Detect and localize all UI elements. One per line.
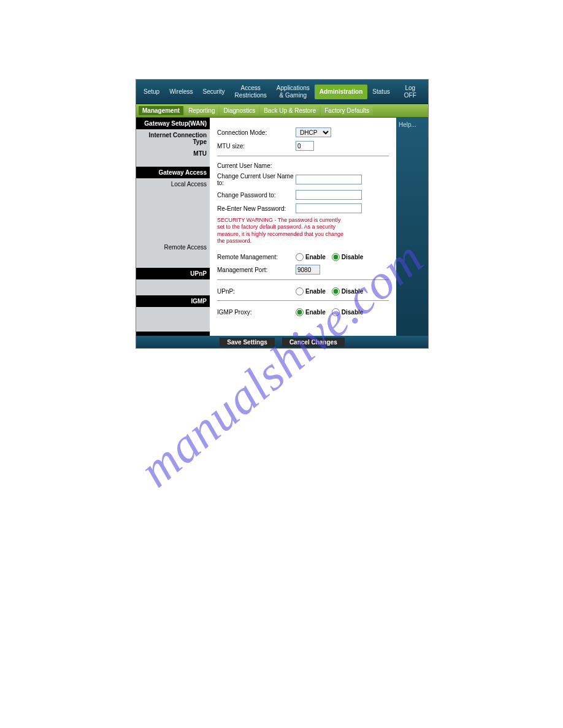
tab-access-restrictions[interactable]: Access Restrictions [230, 81, 272, 103]
form-area: Connection Mode: DHCP MTU size: Current … [210, 118, 396, 336]
mtu-size-label: MTU size: [217, 143, 296, 150]
igmp-disable-label: Disable [342, 309, 364, 316]
mgmt-port-input[interactable] [296, 265, 320, 275]
tab-applications-gaming[interactable]: Applications & Gaming [272, 81, 315, 103]
sidebar-heading-upnp: UPnP [136, 268, 210, 279]
remote-mgmt-label: Remote Management: [217, 254, 296, 260]
content-area: Connection Mode: DHCP MTU size: Current … [210, 118, 428, 336]
separator [217, 300, 389, 301]
mtu-size-input[interactable] [296, 141, 314, 151]
upnp-enable-label: Enable [305, 288, 326, 295]
sidebar-heading-gateway-access: Gateway Access [136, 167, 210, 178]
topnav: Setup Wireless Security Access Restricti… [136, 80, 428, 104]
sidebar-item-remote-access: Remote Access [136, 241, 210, 253]
save-settings-button[interactable]: Save Settings [220, 338, 275, 347]
igmp-enable-radio[interactable] [296, 308, 304, 316]
upnp-label: UPnP: [217, 288, 296, 295]
separator [217, 279, 389, 280]
igmp-enable-label: Enable [305, 309, 326, 316]
separator [217, 156, 389, 156]
cancel-changes-button[interactable]: Cancel Changes [282, 338, 345, 347]
tab-logoff[interactable]: Log OFF [395, 81, 426, 103]
change-user-label: Change Current User Name to: [217, 173, 296, 186]
connection-mode-select[interactable]: DHCP [296, 127, 331, 137]
sidebar-item-local-access: Local Access [136, 178, 210, 190]
sidebar-heading-igmp: IGMP [136, 295, 210, 307]
sidebar: Gateway Setup(WAN) Internet Connection T… [136, 118, 210, 336]
tab-administration[interactable]: Administration [315, 85, 368, 99]
remote-mgmt-enable-label: Enable [305, 254, 326, 260]
help-link[interactable]: Help... [399, 121, 416, 128]
sidebar-item-mtu: MTU [136, 148, 210, 159]
reenter-password-input[interactable] [296, 203, 362, 213]
remote-mgmt-disable-radio[interactable] [332, 253, 340, 261]
footer: Save Settings Cancel Changes [136, 336, 428, 348]
upnp-disable-radio[interactable] [332, 287, 340, 295]
sidebar-heading-gateway-setup: Gateway Setup(WAN) [136, 118, 210, 129]
subnav: Management Reporting Diagnostics Back Up… [136, 104, 428, 118]
router-admin-window: Setup Wireless Security Access Restricti… [136, 80, 428, 348]
security-warning: SECURITY WARNING - The password is curre… [217, 217, 346, 245]
connection-mode-label: Connection Mode: [217, 129, 296, 136]
mgmt-port-label: Management Port: [217, 267, 296, 273]
change-password-input[interactable] [296, 190, 362, 200]
subtab-factory-defaults[interactable]: Factory Defaults [321, 106, 373, 115]
change-user-input[interactable] [296, 175, 362, 184]
tab-status[interactable]: Status [367, 85, 394, 99]
subtab-management[interactable]: Management [139, 106, 183, 115]
subtab-diagnostics[interactable]: Diagnostics [220, 106, 259, 115]
change-password-label: Change Password to: [217, 192, 296, 199]
igmp-disable-radio[interactable] [332, 308, 340, 316]
subtab-reporting[interactable]: Reporting [185, 106, 218, 115]
igmp-label: IGMP Proxy: [217, 309, 296, 316]
help-panel: Help... [396, 118, 428, 336]
remote-mgmt-enable-radio[interactable] [296, 253, 304, 261]
tab-wireless[interactable]: Wireless [164, 85, 197, 99]
sidebar-item-internet-connection-type: Internet Connection Type [136, 129, 210, 148]
tab-setup[interactable]: Setup [139, 85, 164, 99]
tab-security[interactable]: Security [197, 85, 229, 99]
subtab-backup-restore[interactable]: Back Up & Restore [260, 106, 320, 115]
remote-mgmt-disable-label: Disable [342, 254, 364, 260]
upnp-disable-label: Disable [342, 288, 364, 295]
upnp-enable-radio[interactable] [296, 287, 304, 295]
reenter-password-label: Re-Enter New Password: [217, 205, 296, 212]
current-user-label: Current User Name: [217, 162, 296, 169]
